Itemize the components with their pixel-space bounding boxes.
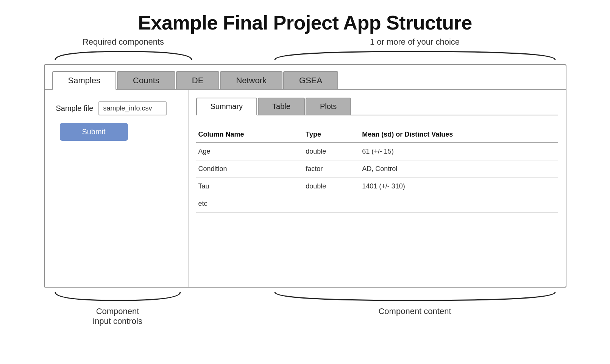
table-row: Age double 61 (+/- 15) (196, 143, 558, 160)
required-brace (48, 48, 199, 62)
tab-bar: Samples Counts DE Network GSEA (45, 65, 566, 90)
sample-file-row: Sample file (56, 101, 176, 115)
tab-gsea[interactable]: GSEA (283, 71, 338, 89)
app-container: Samples Counts DE Network GSEA Sample fi… (44, 64, 566, 288)
cell-col-name: Age (196, 143, 304, 160)
required-label: Required components (83, 37, 164, 47)
cell-values: 1401 (+/- 310) (360, 178, 558, 195)
cell-type: factor (303, 160, 360, 178)
submit-button[interactable]: Submit (60, 123, 128, 141)
col-header-name: Column Name (196, 127, 304, 143)
tab-de[interactable]: DE (176, 71, 220, 89)
sub-tab-bar: Summary Table Plots (196, 98, 558, 115)
tab-samples[interactable]: Samples (52, 71, 117, 90)
main-content: Sample file Submit Summary Table Plots C… (45, 90, 566, 287)
summary-table: Column Name Type Mean (sd) or Distinct V… (196, 127, 558, 213)
cell-type (303, 195, 360, 213)
cell-type: double (303, 143, 360, 160)
tab-counts[interactable]: Counts (117, 71, 175, 89)
cell-values (360, 195, 558, 213)
right-bottom-brace (267, 290, 563, 303)
sub-tab-table[interactable]: Table (258, 98, 305, 115)
cell-type: double (303, 178, 360, 195)
page-title: Example Final Project App Structure (138, 11, 472, 34)
table-row: Condition factor AD, Control (196, 160, 558, 178)
cell-col-name: etc (196, 195, 304, 213)
left-panel: Sample file Submit (45, 90, 189, 287)
choice-brace (267, 48, 563, 62)
col-header-values: Mean (sd) or Distinct Values (360, 127, 558, 143)
bottom-label-left: Componentinput controls (48, 306, 188, 326)
cell-values: 61 (+/- 15) (360, 143, 558, 160)
cell-col-name: Condition (196, 160, 304, 178)
choice-label: 1 or more of your choice (370, 37, 460, 47)
sample-file-label: Sample file (56, 104, 94, 113)
table-row: Tau double 1401 (+/- 310) (196, 178, 558, 195)
bottom-label-right: Component content (267, 306, 563, 326)
table-row: etc (196, 195, 558, 213)
cell-col-name: Tau (196, 178, 304, 195)
right-panel: Summary Table Plots Column Name Type Mea… (189, 90, 566, 287)
col-header-type: Type (303, 127, 360, 143)
sub-tab-summary[interactable]: Summary (196, 98, 257, 115)
tab-network[interactable]: Network (220, 71, 282, 89)
left-bottom-brace (48, 290, 188, 303)
sample-file-input[interactable] (98, 101, 167, 115)
sub-tab-plots[interactable]: Plots (306, 98, 351, 115)
cell-values: AD, Control (360, 160, 558, 178)
